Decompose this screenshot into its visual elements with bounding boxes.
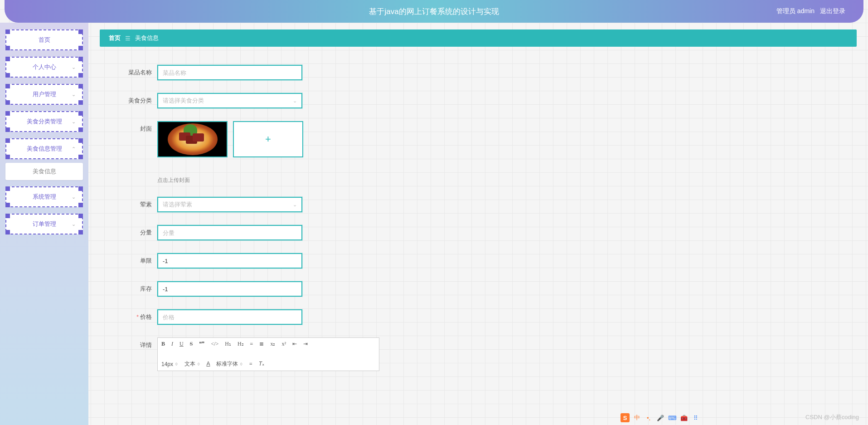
h1-button[interactable]: H₁ [225, 341, 231, 347]
category-placeholder: 请选择美食分类 [163, 97, 204, 105]
noodle-bowl-image [168, 123, 218, 155]
veg-select[interactable]: 请选择荤素 ⌄ [157, 197, 302, 212]
sidebar-item-home[interactable]: 首页 [5, 29, 83, 50]
sidebar: 首页 个人中心 ⌄ 用户管理 ⌄ 美食分类管理 ⌄ 美食信息管理 ⌃ 美食信息 … [0, 23, 88, 425]
text-type-select[interactable]: 文本 [184, 360, 200, 368]
dish-name-input[interactable] [157, 65, 302, 80]
chevron-up-icon: ⌃ [72, 146, 76, 152]
unordered-list-button[interactable]: ≣ [259, 341, 264, 347]
indent-button[interactable]: ⇤ [292, 341, 297, 347]
ime-punct-icon[interactable]: •, [644, 413, 653, 422]
stock-label: 库存 [125, 281, 152, 293]
upload-hint: 点击上传封面 [157, 176, 303, 184]
limit-input[interactable] [157, 253, 302, 269]
price-input[interactable] [157, 309, 302, 325]
ime-grid-icon[interactable]: ⠿ [691, 413, 700, 422]
sidebar-item-food-info[interactable]: 美食信息管理 ⌃ [5, 138, 83, 159]
breadcrumb: 首页 ☰ 美食信息 [100, 29, 857, 47]
ime-toolbar: S 中 •, 🎤 ⌨ 🧰 ⠿ [621, 413, 700, 422]
outdent-button[interactable]: ⇥ [303, 341, 308, 347]
sidebar-item-label: 订单管理 [33, 220, 56, 228]
sidebar-subitem-food-info[interactable]: 美食信息 [5, 163, 83, 180]
app-title: 基于java的网上订餐系统的设计与实现 [369, 6, 499, 17]
sidebar-item-system[interactable]: 系统管理 ⌄ [5, 186, 83, 207]
stock-input[interactable] [157, 281, 302, 297]
dish-name-label: 菜品名称 [125, 65, 152, 77]
sidebar-item-orders[interactable]: 订单管理 ⌄ [5, 214, 83, 234]
breadcrumb-home[interactable]: 首页 [109, 34, 121, 42]
food-form: 菜品名称 美食分类 请选择美食分类 ⌄ 封面 [100, 47, 857, 393]
veg-label: 荤素 [125, 197, 152, 209]
ime-mic-icon[interactable]: 🎤 [656, 413, 665, 422]
font-size-select[interactable]: 14px [161, 361, 178, 367]
superscript-button[interactable]: x² [281, 341, 286, 347]
clear-format-button[interactable]: Tₓ [259, 361, 264, 367]
detail-label: 详情 [125, 337, 152, 349]
sidebar-item-label: 美食信息管理 [27, 145, 62, 153]
sidebar-item-personal[interactable]: 个人中心 ⌄ [5, 57, 83, 78]
underline-button[interactable]: U [179, 341, 184, 347]
ime-logo-icon[interactable]: S [621, 413, 630, 422]
price-label: *价格 [125, 309, 152, 321]
chevron-down-icon: ⌄ [72, 119, 76, 125]
cover-thumbnail[interactable] [157, 121, 228, 157]
strike-button[interactable]: S [190, 341, 193, 347]
chevron-down-icon: ⌄ [72, 194, 76, 200]
portion-input[interactable] [157, 225, 302, 240]
align-button[interactable]: ≡ [249, 361, 252, 367]
category-select[interactable]: 请选择美食分类 ⌄ [157, 93, 302, 108]
main-content: 首页 ☰ 美食信息 菜品名称 美食分类 请选择美食分类 ⌄ [88, 23, 868, 425]
chevron-down-icon: ⌄ [293, 98, 297, 104]
app-header: 基于java的网上订餐系统的设计与实现 管理员 admin 退出登录 [5, 0, 863, 23]
veg-placeholder: 请选择荤素 [163, 200, 192, 209]
watermark: CSDN @小蔡coding [805, 413, 859, 421]
rich-editor-toolbar: B I U S ❝❞ </> H₁ H₂ ≡ ≣ x₂ x² ⇤ ⇥ [157, 337, 379, 371]
chevron-down-icon: ⌄ [293, 202, 297, 208]
ordered-list-button[interactable]: ≡ [250, 341, 253, 347]
code-button[interactable]: </> [211, 341, 218, 347]
upload-add-button[interactable]: + [233, 121, 303, 157]
quote-button[interactable]: ❝❞ [199, 341, 204, 347]
sidebar-item-label: 个人中心 [33, 63, 56, 71]
ime-toolbox-icon[interactable]: 🧰 [679, 413, 689, 422]
logout-link[interactable]: 退出登录 [820, 7, 845, 15]
ime-lang-icon[interactable]: 中 [632, 413, 641, 422]
sidebar-item-label: 首页 [39, 36, 50, 44]
limit-label: 单限 [125, 253, 152, 265]
sidebar-item-category[interactable]: 美食分类管理 ⌄ [5, 111, 83, 132]
sidebar-item-label: 用户管理 [33, 90, 56, 98]
chevron-down-icon: ⌄ [72, 92, 76, 98]
bold-button[interactable]: B [161, 341, 165, 347]
font-face-select[interactable]: 标准字体 [216, 360, 243, 368]
breadcrumb-current: 美食信息 [135, 34, 159, 42]
sidebar-subitem-label: 美食信息 [33, 167, 56, 176]
sidebar-item-label: 系统管理 [33, 193, 56, 201]
chevron-down-icon: ⌄ [72, 221, 76, 227]
sidebar-item-label: 美食分类管理 [27, 117, 62, 126]
h2-button[interactable]: H₂ [238, 341, 244, 347]
subscript-button[interactable]: x₂ [270, 341, 275, 347]
ime-keyboard-icon[interactable]: ⌨ [668, 413, 677, 422]
plus-icon: + [265, 133, 271, 145]
breadcrumb-separator-icon: ☰ [125, 35, 131, 42]
header-right: 管理员 admin 退出登录 [776, 7, 845, 15]
sidebar-item-users[interactable]: 用户管理 ⌄ [5, 84, 83, 105]
italic-button[interactable]: I [171, 341, 173, 347]
portion-label: 分量 [125, 225, 152, 237]
admin-label[interactable]: 管理员 admin [776, 7, 815, 15]
category-label: 美食分类 [125, 93, 152, 105]
cover-label: 封面 [125, 121, 152, 133]
font-color-button[interactable]: A [206, 361, 210, 367]
chevron-down-icon: ⌄ [72, 64, 76, 70]
